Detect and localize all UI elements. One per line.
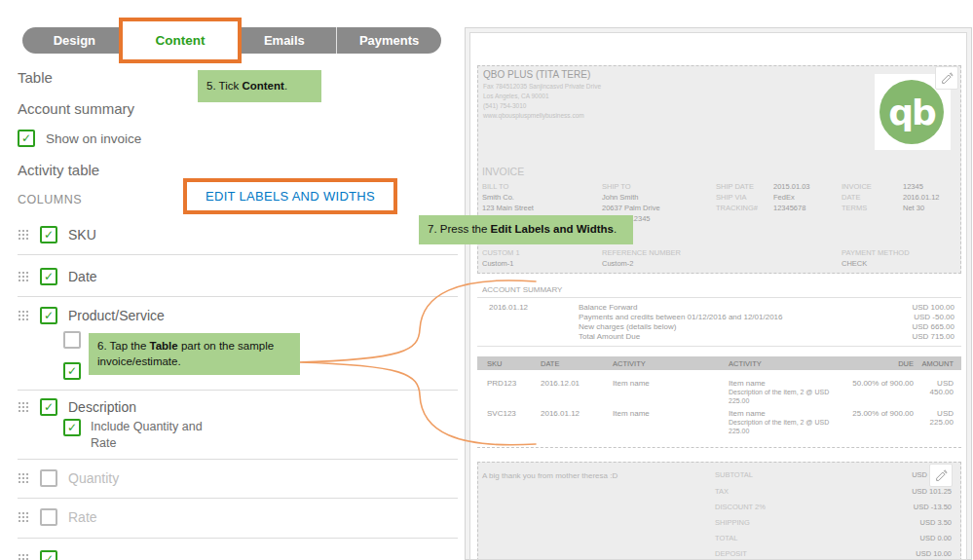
- edit-header-button[interactable]: [935, 66, 958, 90]
- sku-checkbox[interactable]: [40, 226, 57, 243]
- drag-handle-icon[interactable]: [18, 229, 29, 241]
- ship-field-value: 2015.01.03: [773, 182, 810, 191]
- divider: [477, 297, 961, 298]
- table-cell-amount: USD: [911, 379, 954, 388]
- tab-design[interactable]: Design: [22, 27, 128, 54]
- company-line: (541) 754-3010: [483, 102, 526, 109]
- total-value: USD 101.25: [854, 487, 952, 496]
- total-value: USD 3.50: [854, 518, 952, 527]
- ship-field-label: TRACKING#: [716, 204, 758, 212]
- invoice-field-label: TERMS: [842, 204, 867, 212]
- company-line: www.qbouspluspmellybusiness.com: [483, 112, 584, 119]
- invoice-field-value: Net 30: [903, 204, 924, 212]
- table-cell-description: 225.00: [729, 397, 749, 404]
- table-section-label: Table: [18, 69, 53, 86]
- divider: [477, 346, 961, 347]
- total-label: SUBTOTAL: [715, 470, 753, 479]
- quickbooks-logo: qb: [879, 80, 944, 144]
- table-cell-due: 25.00% of 900.00: [816, 409, 914, 418]
- column-row-quantity: Quantity: [18, 469, 119, 487]
- ship-field-value: 12345678: [773, 204, 805, 212]
- ship-to-line: John Smith: [602, 193, 639, 202]
- table-cell-activity2: Item name: [729, 409, 766, 418]
- custom-field-label: CUSTOM 1: [482, 248, 520, 257]
- tab-emails[interactable]: Emails: [233, 27, 338, 54]
- invoice-customization-screen: Design Emails Payments Content Table Acc…: [0, 0, 973, 560]
- table-header-cell: DATE: [541, 359, 559, 368]
- product-service-checkbox[interactable]: [40, 307, 57, 324]
- custom-field-label: REFERENCE NUMBER: [602, 248, 681, 257]
- table-cell-activity2: Item name: [729, 379, 766, 388]
- drag-handle-icon[interactable]: [18, 401, 29, 413]
- table-cell-date: 2016.12.01: [541, 379, 580, 388]
- invoice-title: INVOICE: [482, 166, 524, 177]
- table-cell-activity: Item name: [613, 409, 650, 418]
- total-label: DISCOUNT 2%: [715, 503, 766, 511]
- edit-totals-button[interactable]: [929, 464, 953, 487]
- drag-handle-icon[interactable]: [18, 310, 29, 321]
- invoice-field-value: 2016.01.12: [903, 193, 940, 202]
- total-value: USD -13.50: [854, 503, 952, 511]
- product-service-sub-checkbox-2[interactable]: [63, 362, 81, 380]
- column-row-date: Date: [18, 268, 97, 285]
- drag-handle-icon[interactable]: [18, 553, 29, 560]
- column-label: SKU: [68, 227, 96, 243]
- date-checkbox[interactable]: [40, 268, 57, 285]
- total-label: DEPOSIT: [715, 549, 747, 558]
- description-checkbox[interactable]: [40, 398, 57, 416]
- annotation-step6: 6. Tap the Table part on the sample invo…: [89, 333, 300, 375]
- quantity-checkbox[interactable]: [40, 469, 57, 487]
- summary-amount: USD -50.00: [857, 313, 954, 321]
- custom-field-value: Custom-2: [602, 259, 634, 268]
- table-cell-date: 2016.01.12: [541, 409, 580, 418]
- invoice-field-label: DATE: [842, 193, 860, 202]
- annotation-step7: 7. Press the Edit Labels and Widths.: [419, 215, 633, 244]
- company-line: Fax 784512035 Sanjincasvd Private Drive: [483, 83, 601, 90]
- column-row-rate: Rate: [18, 508, 97, 526]
- drag-handle-icon[interactable]: [18, 472, 29, 484]
- column-row-product-service: Product/Service: [18, 307, 165, 324]
- divider: [18, 296, 458, 297]
- company-line: Los Angeles, CA 90001: [483, 93, 549, 99]
- product-service-sub-checkbox-1[interactable]: [63, 331, 81, 349]
- drag-handle-icon[interactable]: [18, 271, 29, 282]
- ship-to-line: 20637 Palm Drive: [602, 204, 660, 212]
- summary-amount: USD 715.00: [857, 332, 954, 341]
- bill-to-line: Smith Co.: [482, 193, 514, 202]
- invoice-field-label: INVOICE: [842, 182, 872, 191]
- drag-handle-icon[interactable]: [18, 511, 29, 523]
- include-quantity-rate-label: Include Quantity and Rate: [91, 419, 203, 452]
- tab-payments[interactable]: Payments: [337, 27, 441, 54]
- pencil-icon: [935, 469, 948, 482]
- edit-labels-and-widths-button[interactable]: EDIT LABELS AND WIDTHS: [183, 178, 397, 214]
- activity-table-section-label: Activity table: [18, 162, 99, 178]
- tab-content[interactable]: Content: [119, 18, 242, 63]
- total-label: SHIPPING: [715, 518, 750, 527]
- footer-note: A big thank you from mother theresa :D: [482, 471, 617, 480]
- divider: [18, 254, 458, 255]
- invoice-preview-page[interactable]: QBO PLUS (TITA TERE) Fax 784512035 Sanji…: [469, 32, 967, 560]
- table-cell-due: 50.00% of 900.00: [816, 379, 914, 388]
- summary-amount: USD 100.00: [857, 303, 954, 312]
- table-header-cell: SKU: [487, 359, 502, 368]
- column-label: Product/Service: [68, 308, 165, 323]
- divider: [18, 498, 458, 499]
- rate-checkbox[interactable]: [40, 508, 57, 526]
- summary-desc: Total Amount Due: [579, 332, 640, 341]
- table-header-cell: ACTIVITY: [613, 359, 646, 368]
- ship-field-label: SHIP VIA: [716, 193, 747, 202]
- show-on-invoice-checkbox[interactable]: [18, 130, 35, 147]
- account-summary-heading[interactable]: ACCOUNT SUMMARY: [482, 285, 562, 294]
- summary-amount: USD 665.00: [857, 322, 954, 331]
- column-row-partial: [18, 550, 57, 560]
- bill-to-label: BILL TO: [482, 182, 508, 191]
- custom-field-label: PAYMENT METHOD: [842, 248, 910, 257]
- amount-checkbox[interactable]: [40, 550, 57, 560]
- table-cell-sku: PRD123: [487, 379, 516, 388]
- include-quantity-rate-checkbox[interactable]: [63, 419, 81, 436]
- show-on-invoice-label: Show on invoice: [46, 131, 141, 146]
- divider: [18, 459, 458, 460]
- table-header-cell: DUE: [836, 359, 914, 368]
- summary-desc: New charges (details below): [579, 322, 677, 331]
- table-cell-amount: USD: [911, 409, 954, 418]
